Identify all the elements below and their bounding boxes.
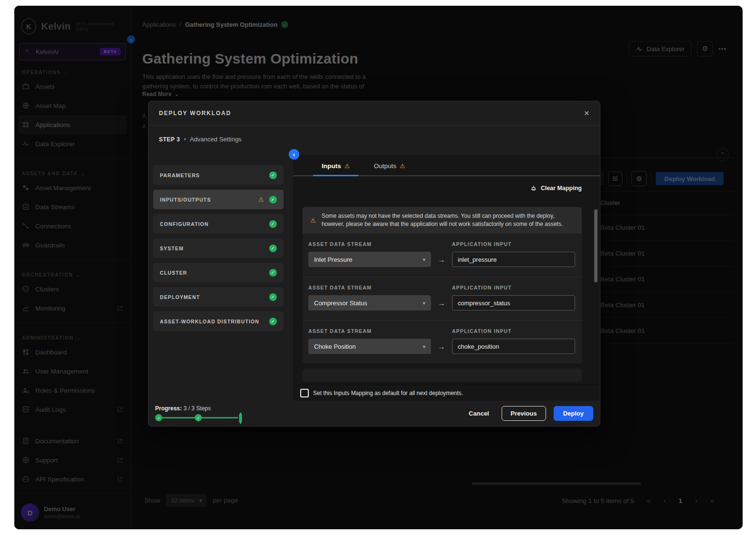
page: K Kelvin BETA Environment (DEV) KelvinAI… — [0, 0, 756, 535]
data-stream-select[interactable]: Compressor Status ▾ — [308, 295, 431, 310]
application-input-label: APPLICATION INPUT — [452, 241, 575, 247]
step-configuration[interactable]: CONFIGURATION ✓ — [153, 214, 284, 234]
chevron-left-icon: ‹ — [293, 151, 295, 158]
arrow-right-icon: → — [431, 299, 452, 307]
mapping-row: ASSET DATA STREAM APPLICATION INPUT Chok… — [303, 320, 582, 364]
modal-header: DEPLOY WORKLOAD ✕ — [148, 101, 600, 126]
progress-step-current-icon — [239, 413, 242, 424]
asset-data-stream-label: ASSET DATA STREAM — [308, 328, 431, 334]
caret-down-icon: ▾ — [423, 300, 425, 306]
application-input-field[interactable] — [452, 252, 575, 267]
deploy-button[interactable]: Deploy — [554, 406, 593, 421]
data-stream-select[interactable]: Inlet Pressure ▾ — [308, 252, 431, 267]
step-indicator: STEP 3 • Advanced Settings — [159, 136, 242, 143]
deploy-workload-modal: DEPLOY WORKLOAD ✕ STEP 3 • Advanced Sett… — [148, 101, 600, 427]
warning-icon: ⚠ — [399, 163, 405, 169]
step-inputs-outputs[interactable]: INPUTS/OUTPUTS ⚠ ✓ — [153, 190, 284, 209]
previous-button[interactable]: Previous — [502, 406, 546, 421]
default-mapping-checkbox-row: Set this Inputs Mapping as default for a… — [293, 385, 600, 401]
warning-text: Some assets may not have the selected da… — [322, 212, 574, 228]
application-input-label: APPLICATION INPUT — [452, 285, 575, 290]
tab-inputs[interactable]: Inputs ⚠ — [313, 162, 358, 175]
step-cluster[interactable]: CLUSTER ✓ — [153, 263, 284, 282]
warning-icon: ⚠ — [258, 196, 264, 203]
arrow-right-icon: → — [431, 342, 452, 351]
progress-label: Progress: — [155, 405, 182, 412]
data-stream-select[interactable]: Choke Position ▾ — [308, 339, 431, 354]
check-circle-icon: ✓ — [269, 171, 277, 179]
step-deployment[interactable]: DEPLOYMENT ✓ — [153, 287, 284, 307]
step-system[interactable]: SYSTEM ✓ — [153, 238, 284, 258]
cancel-button[interactable]: Cancel — [464, 410, 494, 417]
check-circle-icon: ✓ — [269, 293, 277, 301]
progress-step-done-icon: ✓ — [155, 414, 162, 421]
mapping-row: ASSET DATA STREAM APPLICATION INPUT Comp… — [303, 277, 582, 320]
caret-down-icon: ▾ — [423, 344, 425, 349]
arrow-right-icon: → — [431, 256, 452, 264]
bullet-icon: • — [184, 136, 186, 143]
modal-actions: Cancel Previous Deploy — [464, 406, 593, 421]
progress-value: 3 / 3 Steps — [183, 405, 210, 412]
check-circle-icon: ✓ — [269, 318, 277, 325]
assets-warning-banner: ⚠ Some assets may not have the selected … — [303, 207, 582, 234]
broom-icon — [530, 185, 537, 192]
check-circle-icon: ✓ — [269, 220, 277, 228]
warning-icon: ⚠ — [345, 163, 350, 169]
checkbox-label: Set this Inputs Mapping as default for a… — [313, 390, 463, 396]
close-icon[interactable]: ✕ — [584, 109, 589, 117]
progress-step-done-icon: ✓ — [195, 414, 202, 421]
warning-icon: ⚠ — [310, 217, 316, 224]
mapping-row: ASSET DATA STREAM APPLICATION INPUT Inle… — [303, 234, 582, 277]
collapse-steps-button[interactable]: ‹ — [289, 149, 299, 160]
asset-data-stream-label: ASSET DATA STREAM — [308, 285, 431, 290]
mapping-card: ⚠ Some assets may not have the selected … — [303, 207, 582, 364]
progress-track: ✓ ✓ — [155, 414, 242, 422]
modal-title: DEPLOY WORKLOAD — [159, 110, 231, 117]
check-circle-icon: ✓ — [269, 196, 277, 203]
check-circle-icon: ✓ — [269, 245, 277, 252]
tab-outputs[interactable]: Outputs ⚠ — [365, 162, 414, 175]
checkbox[interactable] — [300, 389, 309, 397]
caret-down-icon: ▾ — [423, 257, 425, 262]
next-mapping-card-partial — [303, 368, 582, 382]
progress: Progress: 3 / 3 Steps ✓ ✓ — [155, 405, 242, 422]
application-input-field[interactable] — [452, 339, 575, 354]
step-parameters[interactable]: PARAMETERS ✓ — [153, 165, 284, 185]
settings-steps-list: PARAMETERS ✓ INPUTS/OUTPUTS ⚠ ✓ CONFIGUR… — [153, 165, 284, 336]
clear-mapping-button[interactable]: Clear Mapping — [303, 182, 582, 194]
vertical-scrollbar[interactable] — [594, 209, 598, 282]
asset-data-stream-label: ASSET DATA STREAM — [308, 241, 431, 247]
step-asset-workload-distribution[interactable]: ASSET-WORKLOAD DISTRIBUTION ✓ — [153, 311, 284, 331]
application-input-label: APPLICATION INPUT — [452, 328, 575, 334]
modal-footer: Progress: 3 / 3 Steps ✓ ✓ Cancel Previou… — [148, 401, 600, 426]
inputs-outputs-panel: Inputs ⚠ Outputs ⚠ Clear Mapping ⚠ Some … — [293, 155, 600, 401]
check-circle-icon: ✓ — [269, 269, 277, 277]
tabs: Inputs ⚠ Outputs ⚠ — [293, 155, 600, 176]
inputs-mapping-content: Clear Mapping ⚠ Some assets may not have… — [293, 176, 600, 385]
application-input-field[interactable] — [452, 295, 575, 310]
